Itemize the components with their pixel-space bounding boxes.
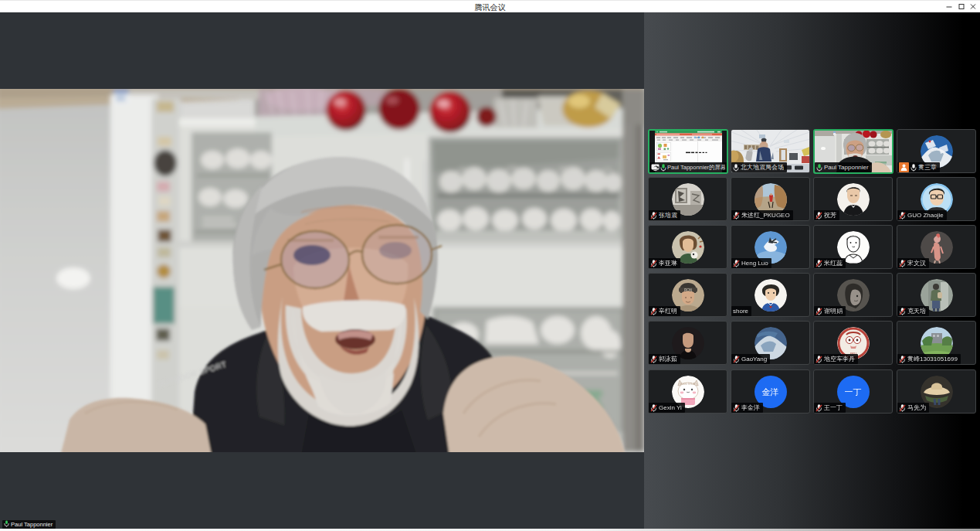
svg-text:GOOD STUDY: GOOD STUDY: [679, 383, 697, 386]
